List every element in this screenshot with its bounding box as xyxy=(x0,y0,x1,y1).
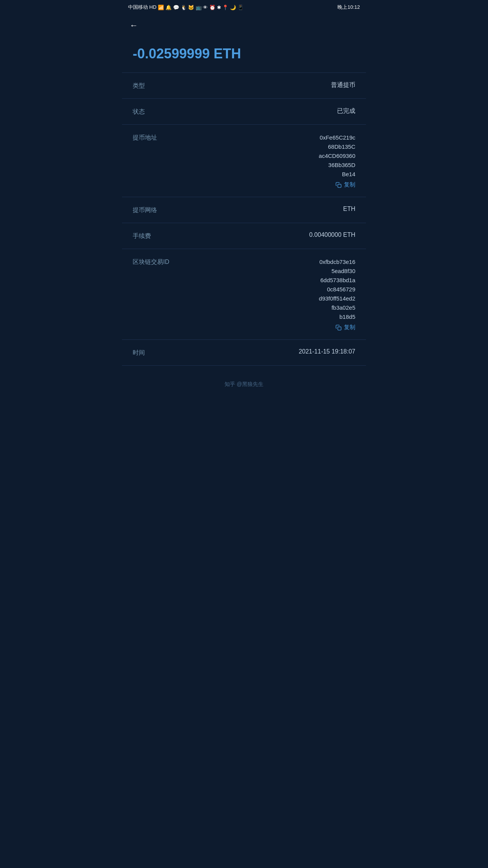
txid-copy-button[interactable]: 复制 xyxy=(336,324,355,331)
type-row: 类型 普通提币 xyxy=(122,73,366,99)
txid-right-col: 0xfbdcb73e165ead8f30 6dd5738bd1a0c845672… xyxy=(292,257,355,331)
amount-value: -0.02599999 ETH xyxy=(133,46,355,62)
address-line3: Be14 xyxy=(342,171,355,177)
txid-copy-icon xyxy=(336,325,342,331)
back-button[interactable]: ← xyxy=(130,21,138,31)
status-right: 晚上10:12 xyxy=(337,4,360,11)
fee-label: 手续费 xyxy=(133,231,163,240)
fee-row: 手续费 0.00400000 ETH xyxy=(122,223,366,249)
amount-section: -0.02599999 ETH xyxy=(122,37,366,73)
address-copy-label: 复制 xyxy=(344,181,355,188)
svg-rect-0 xyxy=(338,184,341,188)
svg-rect-1 xyxy=(338,327,341,330)
time-display: 晚上10:12 xyxy=(337,4,360,10)
network-label: 提币网络 xyxy=(133,206,163,214)
address-value: 0xFe65C219c68Db135C ac4CD60936036Bb365D … xyxy=(317,133,355,179)
time-row: 时间 2021-11-15 19:18:07 xyxy=(122,340,366,366)
network-row: 提币网络 ETH xyxy=(122,197,366,223)
fee-value: 0.00400000 ETH xyxy=(309,231,355,238)
txid-row: 区块链交易ID 0xfbdcb73e165ead8f30 6dd5738bd1a… xyxy=(122,249,366,340)
txid-label: 区块链交易ID xyxy=(133,257,169,266)
status-value: 已完成 xyxy=(337,107,355,115)
status-left: 中国移动 HD 📶 🔔 💬 🐧 🐱 📺 👁 ⏰ ✱ 📍 🌙 📱 xyxy=(128,4,244,11)
nav-bar: ← xyxy=(122,14,366,37)
txid-copy-label: 复制 xyxy=(344,324,355,331)
address-row: 提币地址 0xFe65C219c68Db135C ac4CD60936036Bb… xyxy=(122,125,366,197)
time-value: 2021-11-15 19:18:07 xyxy=(299,348,355,355)
address-right-col: 0xFe65C219c68Db135C ac4CD60936036Bb365D … xyxy=(292,133,355,188)
address-line2: ac4CD60936036Bb365D xyxy=(319,153,355,168)
footer-watermark: 知乎 @黑狼先生 xyxy=(122,366,366,395)
txid-line1: 0xfbdcb73e165ead8f30 xyxy=(319,259,355,274)
type-label: 类型 xyxy=(133,81,163,90)
address-line1: 0xFe65C219c68Db135C xyxy=(320,134,355,150)
address-copy-button[interactable]: 复制 xyxy=(336,181,355,188)
icons-group: 🔔 💬 🐧 🐱 📺 👁 ⏰ ✱ 📍 🌙 📱 xyxy=(165,5,243,10)
type-value: 普通提币 xyxy=(331,81,355,89)
signal-icons: 📶 xyxy=(158,5,164,10)
status-label: 状态 xyxy=(133,107,163,116)
time-label: 时间 xyxy=(133,348,163,357)
txid-value: 0xfbdcb73e165ead8f30 6dd5738bd1a0c845672… xyxy=(317,257,355,321)
status-bar: 中国移动 HD 📶 🔔 💬 🐧 🐱 📺 👁 ⏰ ✱ 📍 🌙 📱 晚上10:12 xyxy=(122,0,366,14)
address-label: 提币地址 xyxy=(133,133,163,142)
txid-line4: b18d5 xyxy=(339,313,355,320)
watermark-text: 知乎 @黑狼先生 xyxy=(225,381,263,387)
txid-line3: d93f0ff514ed2fb3a02e5 xyxy=(319,295,355,311)
txid-line2: 6dd5738bd1a0c8456729 xyxy=(320,277,355,293)
carrier-text: 中国移动 HD xyxy=(128,4,156,11)
copy-icon xyxy=(336,182,342,188)
network-value: ETH xyxy=(343,206,355,212)
status-row: 状态 已完成 xyxy=(122,99,366,125)
